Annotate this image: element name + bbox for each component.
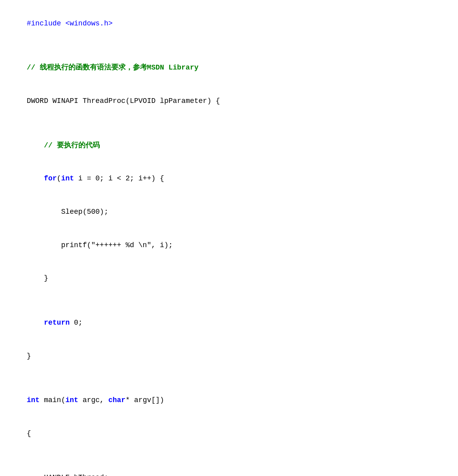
thread-decl-text: DWORD WINAPI ThreadProc(LPVOID lpParamet… (27, 97, 220, 105)
int-kw: int (61, 174, 74, 182)
comment2-text: // 要执行的代码 (27, 141, 100, 149)
thread-decl-line: DWORD WINAPI ThreadProc(LPVOID lpParamet… (10, 85, 448, 118)
int-main-kw: int (27, 396, 39, 404)
include-line: #include <windows.h> (10, 7, 448, 41)
int-argc-kw: int (65, 396, 78, 404)
comment1-text: // 线程执行的函数有语法要求，参考MSDN Library (27, 64, 198, 72)
sleep-text: Sleep(500); (27, 208, 108, 216)
char-kw: char (108, 396, 125, 404)
return0-indent (27, 319, 44, 327)
close-thread-text: } (27, 352, 31, 360)
return-kw: return (44, 319, 70, 327)
for-line: for(int i = 0; i < 2; i++) { (10, 162, 448, 195)
main-rest: main( (40, 396, 66, 404)
argv-rest: * argv[]) (126, 396, 164, 404)
main-decl-line: int main(int argc, char* argv[]) (10, 384, 448, 417)
blank-line-2 (10, 118, 448, 129)
close-for-line: } (10, 262, 448, 295)
blank-line-3 (10, 295, 448, 306)
printf1-line: printf("++++++ %d \n", i); (10, 229, 448, 262)
return0-line: return 0; (10, 306, 448, 340)
open-main-text: { (27, 430, 31, 437)
handle-line: HANDLE hThread; (10, 462, 448, 476)
for-rest: ( (57, 174, 61, 182)
open-main-line: { (10, 417, 448, 451)
blank-line-4 (10, 373, 448, 384)
argc-rest: argc, (78, 396, 109, 404)
blank-line-1 (10, 41, 448, 52)
blank-line-5 (10, 451, 448, 462)
close-thread-line: } (10, 340, 448, 373)
sleep-line: Sleep(500); (10, 195, 448, 229)
for-keyword (27, 174, 44, 182)
return0-val: 0; (70, 319, 82, 327)
preprocessor-text: #include <windows.h> (27, 19, 113, 27)
printf1-text: printf("++++++ %d \n", i); (27, 241, 173, 249)
for-kw: for (44, 174, 56, 182)
comment1-line: // 线程执行的函数有语法要求，参考MSDN Library (10, 52, 448, 85)
code-editor: #include <windows.h> // 线程执行的函数有语法要求，参考M… (0, 0, 458, 476)
for-body: i = 0; i < 2; i++) { (74, 174, 164, 182)
comment2-line: // 要执行的代码 (10, 129, 448, 163)
close-for-text: } (27, 274, 48, 282)
handle-text: HANDLE hThread; (27, 474, 108, 476)
